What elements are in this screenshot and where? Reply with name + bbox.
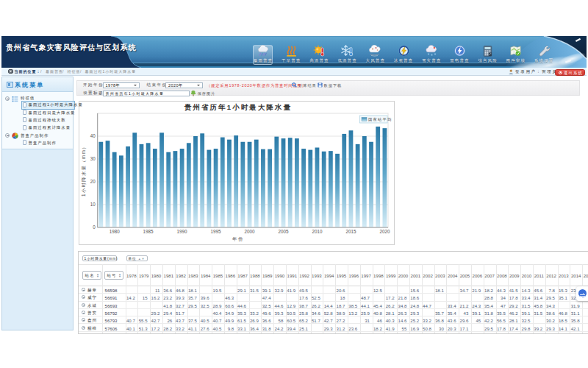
svg-text:2010: 2010	[312, 229, 323, 234]
svg-text:1小时降水量（mm）: 1小时降水量（mm）	[81, 144, 87, 197]
svg-text:10: 10	[90, 202, 96, 207]
svg-text:30: 30	[90, 156, 96, 161]
svg-text:1990: 1990	[176, 229, 187, 234]
svg-text:2005: 2005	[278, 229, 289, 234]
svg-text:0: 0	[93, 224, 96, 230]
svg-text:1995: 1995	[210, 229, 221, 234]
svg-text:2015: 2015	[345, 229, 356, 234]
svg-text:40: 40	[90, 133, 96, 138]
svg-text:2020: 2020	[379, 229, 390, 234]
svg-text:2000: 2000	[244, 229, 255, 234]
svg-text:20: 20	[90, 179, 96, 184]
svg-text:年份: 年份	[232, 236, 243, 242]
svg-text:1985: 1985	[143, 229, 154, 234]
svg-text:国家站平均: 国家站平均	[368, 117, 392, 122]
svg-text:1980: 1980	[109, 229, 120, 234]
svg-text:贵州省历年1小时最大降水量: 贵州省历年1小时最大降水量	[184, 103, 292, 111]
